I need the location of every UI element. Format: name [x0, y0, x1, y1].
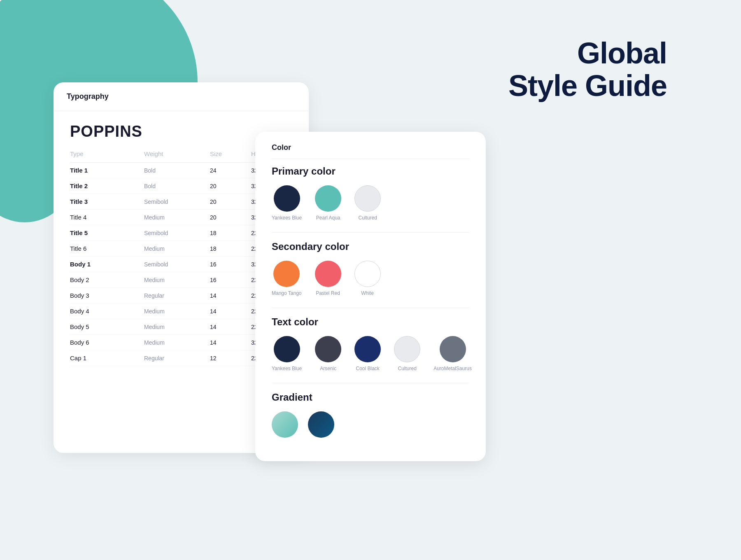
- typo-size-cell: 16: [210, 261, 251, 268]
- gradient-section: Gradient: [272, 392, 469, 438]
- color-swatch-item: Mango Tango: [272, 261, 302, 296]
- page-title-block: Global Style Guide: [508, 37, 667, 102]
- typo-type-cell: Body 2: [70, 276, 144, 283]
- typo-type-cell: Title 2: [70, 182, 144, 189]
- typo-size-cell: 20: [210, 183, 251, 189]
- color-circle: [394, 336, 420, 362]
- typo-size-cell: 18: [210, 245, 251, 252]
- typo-type-cell: Body 3: [70, 292, 144, 299]
- typo-size-cell: 16: [210, 277, 251, 283]
- typo-type-cell: Body 1: [70, 261, 144, 268]
- color-swatch-item: White: [354, 261, 381, 296]
- color-swatch-item: Cultured: [354, 185, 381, 221]
- gradient-title: Gradient: [272, 392, 469, 403]
- color-name-label: Yankees Blue: [272, 366, 302, 371]
- color-card: Color Primary color Yankees Blue Pearl A…: [255, 132, 486, 461]
- color-swatch-item: Yankees Blue: [272, 185, 302, 221]
- color-swatch-item: AuroMetalSaurus: [433, 336, 472, 371]
- typo-type-cell: Title 3: [70, 198, 144, 205]
- color-circle: [315, 185, 341, 212]
- typo-weight-cell: Regular: [144, 292, 210, 299]
- primary-color-section: Primary color Yankees Blue Pearl Aqua Cu…: [272, 166, 469, 221]
- primary-color-title: Primary color: [272, 166, 469, 177]
- typo-type-cell: Title 4: [70, 214, 144, 221]
- typo-type-cell: Body 5: [70, 323, 144, 330]
- typo-size-cell: 14: [210, 339, 251, 346]
- color-swatch-item: Pearl Aqua: [315, 185, 341, 221]
- secondary-color-section: Secondary color Mango Tango Pastel Red W…: [272, 241, 469, 296]
- color-circle: [315, 261, 341, 287]
- typo-weight-cell: Medium: [144, 214, 210, 221]
- typo-type-cell: Body 4: [70, 308, 144, 315]
- color-circle: [354, 185, 381, 212]
- typo-size-cell: 14: [210, 324, 251, 330]
- divider-1: [272, 232, 469, 233]
- color-name-label: AuroMetalSaurus: [433, 366, 472, 371]
- typo-weight-cell: Medium: [144, 308, 210, 315]
- text-swatches: Yankees Blue Arsenic Cool Black Cultured…: [272, 336, 469, 371]
- gradient-circle-dark: [308, 411, 334, 438]
- color-swatch-item: Yankees Blue: [272, 336, 302, 371]
- color-circle: [440, 336, 466, 362]
- color-circle: [354, 261, 381, 287]
- text-color-section: Text color Yankees Blue Arsenic Cool Bla…: [272, 316, 469, 371]
- typo-size-cell: 12: [210, 355, 251, 362]
- color-circle: [273, 261, 300, 287]
- color-swatch-item: Cool Black: [354, 336, 381, 371]
- color-name-label: Pearl Aqua: [316, 215, 340, 221]
- typo-type-cell: Title 6: [70, 245, 144, 252]
- secondary-swatches: Mango Tango Pastel Red White: [272, 261, 469, 296]
- col-weight-header: Weight: [144, 150, 210, 157]
- secondary-color-title: Secondary color: [272, 241, 469, 252]
- typo-weight-cell: Medium: [144, 339, 210, 346]
- col-size-header: Size: [210, 150, 251, 157]
- color-name-label: Cool Black: [356, 366, 379, 371]
- color-swatch-item: Arsenic: [315, 336, 341, 371]
- typo-type-cell: Cap 1: [70, 355, 144, 362]
- color-name-label: Cultured: [358, 215, 377, 221]
- typo-type-cell: Body 6: [70, 339, 144, 346]
- color-circle: [315, 336, 341, 362]
- color-swatch-item: Pastel Red: [315, 261, 341, 296]
- typo-weight-cell: Medium: [144, 324, 210, 330]
- divider-2: [272, 308, 469, 308]
- divider-3: [272, 383, 469, 383]
- color-name-label: Mango Tango: [272, 290, 302, 296]
- gradient-swatches: [272, 411, 469, 438]
- color-name-label: Yankees Blue: [272, 215, 302, 221]
- typo-size-cell: 14: [210, 292, 251, 299]
- primary-swatches: Yankees Blue Pearl Aqua Cultured: [272, 185, 469, 221]
- title-line2: Style Guide: [508, 69, 667, 102]
- typography-card-header: Typography: [54, 82, 309, 111]
- typo-type-cell: Title 1: [70, 167, 144, 174]
- color-name-label: Arsenic: [320, 366, 336, 371]
- title-line1: Global: [577, 37, 667, 70]
- gradient-circle-light: [272, 411, 298, 438]
- typo-weight-cell: Semibold: [144, 198, 210, 205]
- typo-size-cell: 20: [210, 198, 251, 205]
- col-type-header: Type: [70, 150, 144, 157]
- typo-weight-cell: Bold: [144, 167, 210, 174]
- typo-weight-cell: Bold: [144, 183, 210, 189]
- color-swatch-item: Cultured: [394, 336, 420, 371]
- typo-weight-cell: Medium: [144, 245, 210, 252]
- typo-size-cell: 20: [210, 214, 251, 221]
- color-circle: [274, 336, 300, 362]
- typo-type-cell: Title 5: [70, 229, 144, 236]
- text-color-title: Text color: [272, 316, 469, 328]
- typo-weight-cell: Medium: [144, 277, 210, 283]
- typo-size-cell: 14: [210, 308, 251, 315]
- typo-weight-cell: Semibold: [144, 261, 210, 268]
- color-circle: [274, 185, 300, 212]
- color-header-title: Color: [272, 143, 291, 152]
- color-name-label: Pastel Red: [316, 290, 340, 296]
- typography-header-title: Typography: [67, 92, 109, 100]
- color-circle: [354, 336, 381, 362]
- typo-size-cell: 18: [210, 230, 251, 236]
- color-name-label: Cultured: [398, 366, 416, 371]
- typo-weight-cell: Semibold: [144, 230, 210, 236]
- typo-weight-cell: Regular: [144, 355, 210, 362]
- color-name-label: White: [361, 290, 374, 296]
- typo-size-cell: 24: [210, 167, 251, 174]
